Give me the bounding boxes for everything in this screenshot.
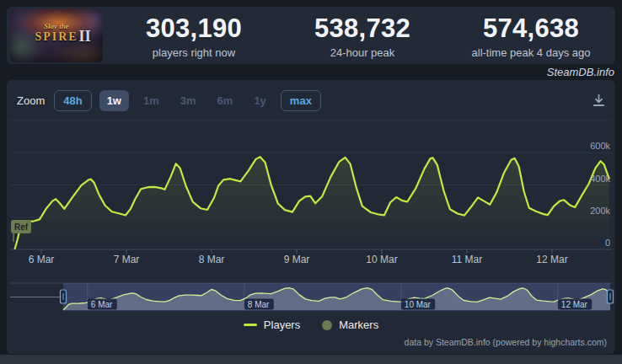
- navigator-axis-label: 6 Mar: [91, 300, 113, 309]
- zoom-button-6m: 6m: [211, 91, 240, 110]
- steamdb-watermark: SteamDB.info: [547, 66, 614, 78]
- zoom-button-1m: 1m: [137, 91, 166, 110]
- zoom-button-3m: 3m: [174, 91, 203, 110]
- navigator-axis-label: 12 Mar: [561, 300, 588, 309]
- stat-24h-peak-value: 538,732: [314, 13, 410, 44]
- legend-item-markers[interactable]: Markers: [322, 318, 378, 331]
- chart-card: Zoom 48h1w1m3m6m1ymax Ref 6 Mar7 Mar8 Ma…: [7, 80, 615, 354]
- x-axis-label: 7 Mar: [114, 254, 140, 265]
- stat-current-players-value: 303,190: [146, 13, 242, 44]
- stat-24h-peak: 538,732 24-hour peak: [278, 7, 447, 64]
- y-axis-label: 600k: [590, 141, 610, 151]
- zoom-button-1y: 1y: [247, 91, 272, 110]
- x-axis-label: 11 Mar: [452, 254, 482, 265]
- x-axis: 6 Mar7 Mar8 Mar9 Mar10 Mar11 Mar12 Mar: [29, 249, 568, 265]
- game-capsule-image[interactable]: Slay the SPIRE II: [10, 8, 103, 62]
- stat-alltime-peak-value: 574,638: [483, 13, 579, 44]
- x-axis-label: 9 Mar: [284, 254, 310, 265]
- x-axis-label: 10 Mar: [366, 254, 397, 265]
- legend-line-swatch: [244, 324, 257, 326]
- download-icon: [591, 93, 607, 109]
- header-card: Slay the SPIRE II 303,190 players right …: [7, 7, 615, 64]
- legend-item-players[interactable]: Players: [244, 318, 300, 331]
- capsule-title-numeral: II: [78, 27, 91, 46]
- zoom-button-max[interactable]: max: [281, 90, 321, 111]
- zoom-button-48h[interactable]: 48h: [54, 90, 91, 111]
- y-axis-label: 400k: [590, 174, 610, 184]
- player-stats: 303,190 players right now 538,732 24-hou…: [110, 7, 615, 64]
- stat-current-players: 303,190 players right now: [110, 7, 278, 64]
- stat-current-players-label: players right now: [153, 46, 235, 59]
- bottom-strip: [0, 355, 622, 364]
- legend-label: Markers: [339, 318, 378, 331]
- zoom-range-label: Zoom: [17, 94, 45, 107]
- player-count-chart[interactable]: Ref 6 Mar7 Mar8 Mar9 Mar10 Mar11 Mar12 M…: [7, 80, 615, 354]
- chart-credits[interactable]: data by SteamDB.info (powered by highcha…: [405, 337, 607, 347]
- navigator[interactable]: 6 Mar8 Mar10 Mar12 Mar: [10, 283, 614, 311]
- zoom-button-1w[interactable]: 1w: [99, 90, 129, 111]
- navigator-left-handle[interactable]: [61, 290, 67, 303]
- stat-24h-peak-label: 24-hour peak: [330, 46, 395, 59]
- x-axis-label: 12 Mar: [536, 254, 567, 265]
- legend-label: Players: [264, 318, 300, 331]
- stat-alltime-peak-label: all-time peak 4 days ago: [472, 46, 591, 59]
- legend-circle-swatch: [322, 320, 332, 330]
- navigator-axis-label: 10 Mar: [405, 300, 432, 309]
- y-axis-label: 0: [605, 238, 610, 248]
- x-axis-label: 6 Mar: [29, 254, 55, 265]
- zoom-buttons-group: 48h1w1m3m6m1ymax: [54, 90, 321, 111]
- steamdb-player-chart-page: Slay the SPIRE II 303,190 players right …: [0, 0, 622, 364]
- stat-alltime-peak: 574,638 all-time peak 4 days ago: [447, 7, 615, 64]
- chart-toolbar: Zoom 48h1w1m3m6m1ymax: [17, 88, 607, 113]
- y-axis-label: 200k: [590, 206, 610, 216]
- navigator-right-handle[interactable]: [608, 290, 614, 303]
- ref-flag-label: Ref: [14, 222, 29, 232]
- x-axis-label: 8 Mar: [199, 254, 225, 265]
- chart-legend: PlayersMarkers: [7, 318, 615, 331]
- navigator-axis-label: 8 Mar: [248, 300, 270, 309]
- download-chart-button[interactable]: [591, 93, 607, 109]
